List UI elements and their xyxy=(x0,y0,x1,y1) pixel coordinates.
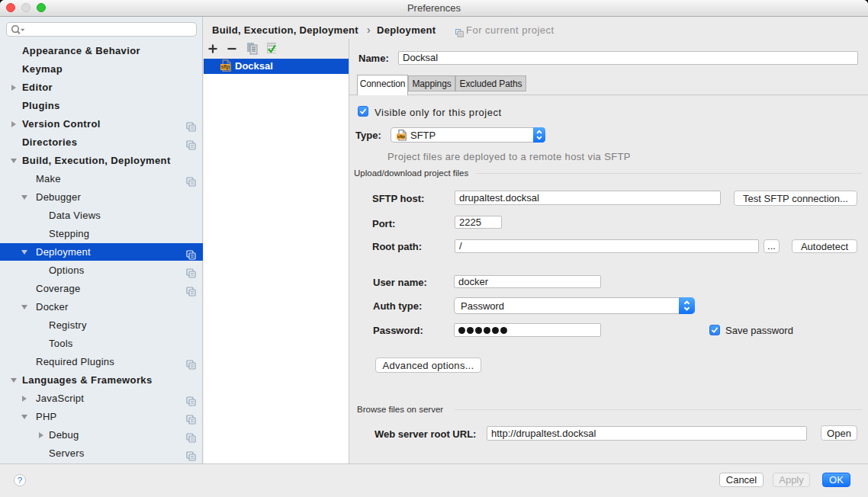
svg-text:sftp: sftp xyxy=(397,133,406,139)
svg-text:sftp: sftp xyxy=(221,64,230,70)
